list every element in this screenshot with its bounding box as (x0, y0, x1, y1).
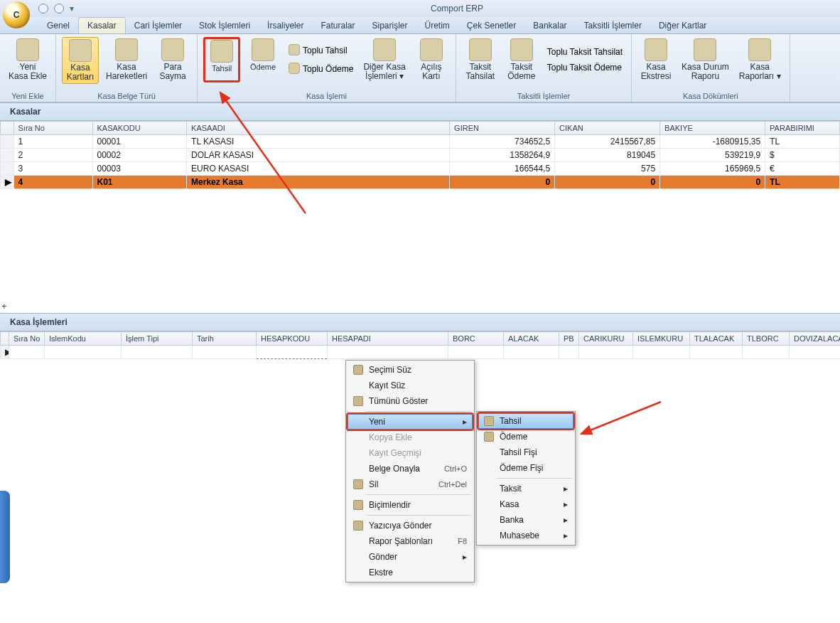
col[interactable]: İşlem Tipi (122, 332, 193, 346)
qat-refresh-icon[interactable] (54, 4, 64, 14)
btn-taksit-tahsilat[interactable]: TaksitTahsilat (462, 37, 499, 82)
tab-siparis[interactable]: Siparişler (363, 18, 416, 33)
blank-icon (483, 499, 495, 510)
svg-line-1 (581, 402, 661, 434)
col-cikan[interactable]: CIKAN (555, 122, 660, 135)
menu-label: Taksit (500, 484, 556, 494)
tab-uretim[interactable]: Üretim (416, 18, 458, 33)
tab-genel[interactable]: Genel (38, 18, 78, 33)
btn-acilis-karti[interactable]: AçılışKartı (413, 37, 450, 82)
menu-item[interactable]: Tümünü Göster (348, 393, 473, 409)
btn-yeni-kasa-ekle[interactable]: YeniKasa Ekle (6, 37, 50, 82)
col[interactable]: Sıra No (9, 332, 45, 346)
tab-diger[interactable]: Diğer Kartlar (650, 18, 715, 33)
menu-item[interactable]: Biçimlendir (348, 497, 473, 513)
add-row-icon[interactable]: + (1, 301, 7, 312)
upper-panel-title: Kasalar (0, 102, 840, 121)
col[interactable]: PB (559, 332, 579, 346)
col-kasakodu[interactable]: KASAKODU (92, 122, 187, 135)
blank-icon (352, 416, 365, 427)
qat-info-icon[interactable] (38, 4, 48, 14)
col[interactable]: Tarih (193, 332, 257, 346)
page-icon (352, 395, 365, 407)
col-parabirimi[interactable]: PARABIRIMI (765, 122, 840, 135)
table-row-selected[interactable]: ▶4K01Merkez Kasa000TL (1, 176, 840, 189)
btn-tahsil[interactable]: Tahsil (203, 37, 240, 82)
table-row[interactable]: 200002DOLAR KASASI1358264,9819045539219,… (1, 149, 840, 162)
menu-item[interactable]: Yazıcıya Gönder (348, 518, 473, 533)
tab-stok[interactable]: Stok İşlemleri (190, 18, 259, 33)
context-submenu: TahsilÖdemeTahsil FişiÖdeme FişiTaksit▸K… (476, 411, 576, 545)
group-caption: Taksitli İşlemler (517, 90, 571, 100)
menu-label: Ödeme (500, 432, 568, 442)
blank-icon (352, 380, 365, 391)
submenu-arrow-icon: ▸ (564, 515, 568, 525)
fmt-icon (352, 499, 365, 511)
btn-diger-kasa-islemleri[interactable]: Diğer Kasaİşlemleri ▾ (360, 37, 408, 82)
btn-toplu-taksit-tahsilat[interactable]: Toplu Taksit Tahsilat (547, 47, 623, 57)
menu-item[interactable]: Kayıt Süz (348, 378, 473, 393)
btn-taksit-odeme[interactable]: TaksitÖdeme (503, 37, 540, 82)
tab-banka[interactable]: Bankalar (524, 18, 575, 33)
btn-kasa-ekstresi[interactable]: KasaEkstresi (637, 37, 674, 82)
col[interactable]: HESAPADI (328, 332, 448, 346)
menu-item[interactable]: Ekstre (348, 565, 473, 580)
menu-item[interactable]: Tahsil Fişi (478, 444, 574, 460)
btn-toplu-taksit-odeme[interactable]: Toplu Taksit Ödeme (547, 63, 623, 73)
col-sirano[interactable]: Sıra No (14, 122, 92, 135)
menu-item[interactable]: Belge OnaylaCtrl+O (348, 461, 473, 476)
col[interactable]: IslemKodu (45, 332, 122, 346)
col[interactable]: ALACAK (504, 332, 559, 346)
menu-item[interactable]: Muhasebe▸ (478, 528, 574, 543)
col[interactable]: BORC (448, 332, 504, 346)
tab-cari[interactable]: Cari İşlemler (126, 18, 190, 33)
menu-item[interactable]: Taksit▸ (478, 481, 574, 496)
btn-kasa-durum-raporu[interactable]: Kasa DurumRaporu (679, 37, 732, 82)
btn-toplu-tahsil[interactable]: Toplu Tahsil (289, 44, 353, 57)
col[interactable]: ISLEMKURU (633, 332, 690, 346)
col[interactable]: DOVIZALACA (790, 332, 841, 346)
titlebar: ▾ Comport ERP (0, 0, 840, 17)
table-row[interactable]: 100001TL KASASI734652,52415567,85-168091… (1, 135, 840, 149)
menu-label: Kayıt Süz (369, 380, 467, 390)
menu-item[interactable]: Gönder▸ (348, 549, 473, 565)
menu-item[interactable]: Tahsil (478, 413, 574, 429)
menu-item[interactable]: Ödeme (478, 429, 574, 444)
menu-item[interactable]: Rapor ŞablonlarıF8 (348, 533, 473, 549)
menu-label: Seçimi Süz (369, 365, 467, 375)
kasalar-table[interactable]: Sıra No KASAKODU KASAADI GIREN CIKAN BAK… (0, 121, 840, 189)
btn-kasa-kartlari[interactable]: KasaKartları (62, 37, 99, 84)
tab-cek[interactable]: Çek Senetler (458, 18, 524, 33)
col-bakiye[interactable]: BAKIYE (660, 122, 765, 135)
col-giren[interactable]: GIREN (450, 122, 555, 135)
col[interactable]: TLBORC (743, 332, 790, 346)
tab-taksit[interactable]: Taksitli İşlemler (576, 18, 650, 33)
empty-row[interactable]: ▶ (1, 346, 841, 359)
submenu-arrow-icon: ▸ (564, 531, 568, 541)
tab-fatura[interactable]: Faturalar (312, 18, 363, 33)
btn-odeme[interactable]: Ödeme (244, 37, 281, 82)
tab-kasalar[interactable]: Kasalar (78, 17, 126, 33)
menu-item[interactable]: Kasa▸ (478, 496, 574, 512)
menu-item[interactable]: SilCtrl+Del (348, 476, 473, 492)
btn-kasa-raporlari[interactable]: KasaRaporları ▾ (736, 37, 784, 82)
blank-icon (483, 447, 495, 458)
menu-item[interactable]: Banka▸ (478, 512, 574, 528)
menu-label: Banka (500, 515, 556, 525)
menu-item[interactable]: Seçimi Süz (348, 362, 473, 378)
submenu-arrow-icon: ▸ (463, 417, 467, 427)
menu-item[interactable]: Ödeme Fişi (478, 460, 574, 476)
col-kasaadi[interactable]: KASAADI (187, 122, 450, 135)
islemler-table[interactable]: Sıra No IslemKodu İşlem Tipi Tarih HESAP… (0, 331, 840, 359)
table-row[interactable]: 300003EURO KASASI166544,5575165969,5€ (1, 162, 840, 176)
tab-irsaliye[interactable]: İrsaliyeler (259, 18, 312, 33)
col[interactable]: HESAPKODU (257, 332, 328, 346)
col[interactable]: CARIKURU (579, 332, 633, 346)
col[interactable]: TLALACAK (690, 332, 743, 346)
side-dock-tab[interactable] (0, 491, 10, 583)
menu-item[interactable]: Yeni▸ (348, 414, 473, 430)
app-orb[interactable]: C (3, 1, 30, 28)
btn-para-sayma[interactable]: ParaSayma (154, 37, 191, 84)
btn-kasa-hareketleri[interactable]: KasaHareketleri (103, 37, 150, 84)
btn-toplu-odeme[interactable]: Toplu Ödeme (289, 63, 353, 75)
